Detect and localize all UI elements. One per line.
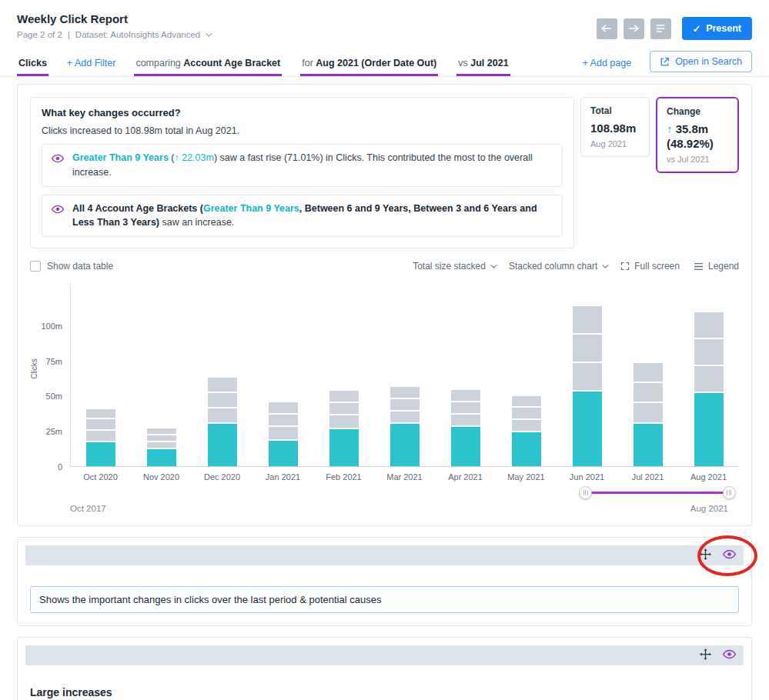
present-button[interactable]: ✓ Present [682, 17, 752, 40]
slider-handle-left[interactable] [579, 486, 592, 499]
chart-bar[interactable] [208, 378, 237, 466]
bar-segment [573, 306, 602, 335]
eye-icon[interactable] [52, 153, 64, 168]
chart-bar[interactable] [147, 428, 176, 466]
slider-selection[interactable] [585, 492, 729, 494]
page-title: Weekly Click Report [17, 12, 210, 25]
eye-icon[interactable] [52, 204, 64, 218]
change-label: Change [667, 106, 728, 117]
legend-button[interactable]: Legend [694, 261, 739, 272]
widget-visibility-toggle[interactable] [723, 548, 736, 562]
y-axis-title: Clicks [30, 358, 38, 379]
large-increases-widget: Large increases Account Age Brackets tha… [17, 637, 752, 700]
chart-bar[interactable] [390, 387, 420, 466]
y-axis-tick: 0 [58, 462, 62, 472]
x-axis-label: Nov 2020 [135, 472, 189, 482]
y-axis-tick: 25m [46, 427, 62, 436]
section-title: Large increases [30, 686, 739, 698]
widget-visibility-toggle[interactable] [723, 648, 736, 662]
move-widget-handle[interactable] [700, 648, 711, 663]
chart-bar[interactable] [329, 391, 359, 466]
move-widget-handle[interactable] [700, 548, 711, 563]
header-actions: ✓ Present [597, 12, 752, 40]
chart-bar[interactable] [269, 402, 298, 466]
bar-segment [86, 419, 115, 431]
bar-segment [390, 399, 420, 412]
bar-segment [147, 442, 176, 449]
chart-type-dropdown[interactable]: Stacked column chart [509, 261, 607, 272]
vs-prefix: vs [458, 58, 470, 68]
total-card: Total 108.98m Aug 2021 [580, 97, 650, 157]
show-data-table-label: Show data table [47, 261, 113, 272]
bar-segment [451, 402, 480, 415]
add-page-button[interactable]: + Add page [583, 55, 632, 76]
chart-bar[interactable] [573, 306, 602, 466]
change-value: ↑ 35.8m [667, 122, 728, 135]
widget-toolbar [25, 645, 744, 665]
filter-bar: Clicks + Add Filter comparing Account Ag… [0, 45, 769, 77]
report-subtitle: Page 2 of 2 | Dataset: AutoInsights Adva… [17, 30, 210, 39]
chart-bar[interactable] [634, 363, 663, 466]
show-data-table-checkbox[interactable] [30, 261, 41, 272]
widget-toolbar [25, 545, 744, 565]
page-list-button[interactable] [650, 18, 671, 39]
bar-segment [329, 429, 359, 466]
bar-segment [634, 363, 663, 383]
bar-segment [269, 441, 298, 466]
x-axis-label: Aug 2021 [682, 472, 736, 482]
bar-segment [634, 403, 663, 424]
x-axis-label: Jan 2021 [256, 472, 310, 482]
full-screen-label: Full screen [634, 261, 680, 272]
metric-tab-clicks[interactable]: Clicks [17, 55, 48, 76]
prev-page-button[interactable] [597, 18, 617, 39]
arrow-left-icon [601, 24, 612, 33]
open-in-search-button[interactable]: Open in Search [650, 51, 752, 72]
summary-note-input[interactable]: Shows the important changes in clicks ov… [30, 586, 739, 613]
vs-period-filter[interactable]: vs Jul 2021 [456, 55, 510, 76]
full-screen-button[interactable]: Full screen [620, 261, 680, 272]
chart-bar[interactable] [86, 409, 115, 466]
move-icon [700, 648, 711, 660]
time-range-slider[interactable] [70, 485, 739, 500]
key-changes-box: What key changes occurred? Clicks increa… [30, 97, 574, 248]
bar-segment [86, 442, 115, 466]
delta-value: ↑ 22.03m [174, 152, 213, 163]
x-axis-labels: Oct 2020Nov 2020Dec 2020Jan 2021Feb 2021… [70, 472, 739, 482]
text-fragment: saw an increase. [159, 217, 234, 228]
next-page-button[interactable] [624, 18, 644, 39]
metric-label: Clicks [18, 58, 47, 68]
x-axis-label: Feb 2021 [317, 472, 371, 482]
x-axis-label: Jun 2021 [560, 472, 614, 482]
show-data-table-control[interactable]: Show data table [30, 261, 113, 272]
chevron-down-icon [490, 262, 497, 268]
change-percent: (48.92%) [667, 137, 728, 150]
add-filter-button[interactable]: + Add Filter [67, 55, 116, 76]
bar-segment [634, 383, 663, 403]
list-icon [655, 24, 666, 33]
bar-segment [147, 428, 176, 435]
change-card[interactable]: Change ↑ 35.8m (48.92%) vs Jul 2021 [656, 97, 739, 173]
comparing-filter[interactable]: comparing Account Age Bracket [134, 55, 282, 76]
bar-segment [208, 424, 237, 466]
total-value: 108.98m [590, 122, 640, 135]
size-mode-dropdown[interactable]: Total size stacked [413, 261, 495, 272]
bar-segment [329, 403, 359, 415]
chart-bar[interactable] [451, 390, 480, 466]
x-axis-label: Apr 2021 [439, 472, 493, 482]
insight-summary: Clicks increased to 108.98m total in Aug… [42, 125, 563, 136]
chart-bar[interactable] [512, 396, 541, 466]
slider-handle-right[interactable] [723, 486, 736, 499]
bar-segment [694, 339, 724, 366]
for-period-filter[interactable]: for Aug 2021 (Order Date Out) [300, 55, 438, 76]
divider: | [68, 30, 70, 39]
for-prefix: for [302, 58, 316, 68]
dataset-dropdown[interactable]: Dataset: AutoInsights Advanced [75, 30, 200, 39]
check-icon: ✓ [693, 23, 700, 35]
bar-segment [86, 409, 115, 419]
legend-icon [694, 262, 704, 271]
comparing-prefix: comparing [135, 58, 183, 68]
chart-options: Total size stacked Stacked column chart … [413, 261, 739, 272]
bar-segment [694, 393, 724, 466]
slider-range-labels: Oct 2017 Aug 2021 [53, 504, 739, 513]
chart-bar[interactable] [694, 312, 724, 466]
